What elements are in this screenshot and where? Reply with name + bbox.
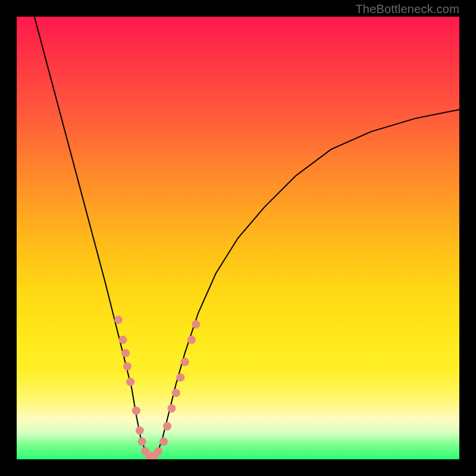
data-marker <box>154 447 162 456</box>
data-marker <box>192 320 200 328</box>
chart-frame: TheBottleneck.com <box>0 0 476 476</box>
data-marker <box>114 316 123 324</box>
data-marker <box>181 358 189 366</box>
data-marker <box>132 406 140 415</box>
data-marker <box>159 437 168 446</box>
data-marker <box>123 362 131 371</box>
marker-group <box>114 316 200 459</box>
data-marker <box>176 373 184 381</box>
data-marker <box>121 349 130 357</box>
bottleneck-curve <box>35 17 459 459</box>
curve-path <box>35 17 459 459</box>
data-marker <box>187 336 196 344</box>
plot-area <box>17 17 459 459</box>
chart-svg <box>17 17 459 459</box>
data-marker <box>119 336 127 344</box>
data-marker <box>167 404 176 412</box>
data-marker <box>163 422 171 430</box>
data-marker <box>138 437 146 446</box>
data-marker <box>126 378 134 386</box>
data-marker <box>172 389 180 397</box>
data-marker <box>136 427 144 435</box>
watermark-text: TheBottleneck.com <box>355 2 459 16</box>
